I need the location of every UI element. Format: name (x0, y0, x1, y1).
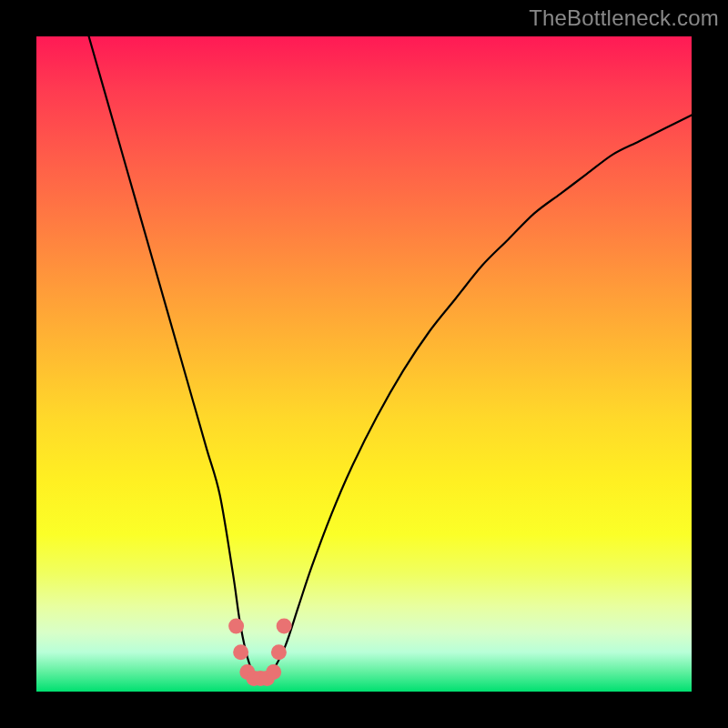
valley-markers (36, 36, 692, 692)
plot-area (36, 36, 692, 692)
valley-marker-dot (277, 619, 292, 634)
valley-marker-dot (266, 664, 281, 680)
watermark-text: TheBottleneck.com (529, 5, 719, 31)
valley-marker-dot (228, 619, 244, 634)
valley-marker-dot (233, 644, 248, 660)
chart-frame: TheBottleneck.com (0, 0, 728, 728)
valley-marker-dot (271, 644, 287, 660)
